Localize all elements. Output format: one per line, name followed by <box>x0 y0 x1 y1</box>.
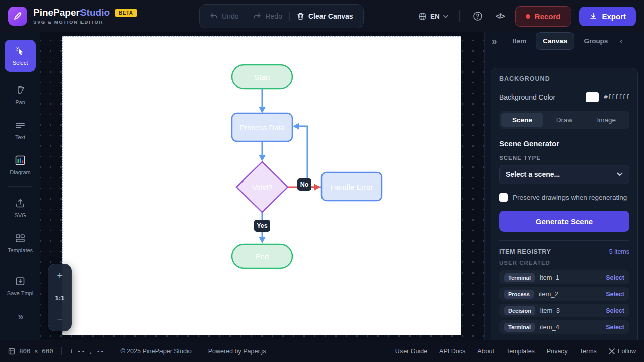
item-select-link[interactable]: Select <box>606 291 624 298</box>
export-button[interactable]: Export <box>579 7 636 26</box>
flowchart-svg: Start Process Data Valid? Handle Error E… <box>63 37 462 336</box>
sidebar-divider <box>8 186 32 187</box>
redo-icon <box>253 12 261 20</box>
logo-block: PinePaperStudio BETA SVG & MOTION EDITOR <box>8 0 137 32</box>
item-select-link[interactable]: Select <box>606 324 624 331</box>
footer-link-about[interactable]: About <box>477 348 494 355</box>
app-header: PinePaperStudio BETA SVG & MOTION EDITOR… <box>0 0 644 32</box>
select-cursor-icon <box>15 46 26 57</box>
footer-divider <box>61 347 62 355</box>
scene-type-label: SCENE TYPE <box>499 155 629 161</box>
sidebar-expand-chevrons-icon[interactable]: » <box>18 311 22 322</box>
export-label: Export <box>602 12 626 21</box>
preserve-drawings-checkbox[interactable] <box>499 193 508 202</box>
mode-tab-image[interactable]: Image <box>585 113 627 127</box>
tab-canvas[interactable]: Canvas <box>536 32 574 50</box>
properties-panel: » Item Canvas Groups ‹ – BACKGROUND Back… <box>484 32 644 340</box>
panel-back-icon[interactable]: ‹ <box>620 36 623 46</box>
undo-icon <box>210 12 218 20</box>
node-label: Handle Error <box>330 183 373 191</box>
sidebar-item-save-template[interactable]: Save Tmpl <box>7 276 33 296</box>
node-label: Process Data <box>239 123 285 132</box>
sidebar-item-select[interactable]: Select <box>5 40 36 72</box>
zoom-controls: + 1:1 − <box>48 264 72 331</box>
clear-canvas-button[interactable]: Clear Canvas <box>290 5 360 28</box>
pencil-icon <box>13 12 22 21</box>
item-name: item_1 <box>540 274 559 281</box>
node-start[interactable]: Start <box>232 65 292 89</box>
scene-type-select[interactable]: Select a scene... <box>499 165 629 184</box>
chevron-down-icon <box>443 15 448 18</box>
zoom-out-button[interactable]: − <box>48 309 71 331</box>
item-select-link[interactable]: Select <box>606 307 624 314</box>
edge-error-process-loop[interactable] <box>298 126 321 187</box>
background-color-value: #ffffff <box>604 94 629 101</box>
workspace[interactable]: Start Process Data Valid? Handle Error E… <box>40 32 484 340</box>
footer-follow-link[interactable]: Follow <box>609 348 636 355</box>
app-logo[interactable] <box>8 7 27 26</box>
download-icon <box>589 12 597 20</box>
panel-collapse-chevrons-icon[interactable]: » <box>492 36 496 47</box>
registry-row: Terminal item_4 Select <box>499 320 629 334</box>
sidebar-item-diagram[interactable]: Diagram <box>10 155 31 175</box>
item-type-badge: Terminal <box>504 273 535 282</box>
sidebar-item-text[interactable]: Text <box>15 120 26 140</box>
footer-link-privacy[interactable]: Privacy <box>547 348 568 355</box>
edge-label-text: Yes <box>257 222 268 229</box>
tab-groups[interactable]: Groups <box>577 33 614 49</box>
sidebar-item-label: Select <box>13 60 28 66</box>
footer-link-user-guide[interactable]: User Guide <box>395 348 427 355</box>
footer-divider <box>200 347 200 355</box>
tool-sidebar: Select Pan Text Diagram <box>0 32 40 340</box>
item-registry-header: ITEM REGISTRY 5 items <box>499 248 629 255</box>
scene-generator-title: Scene Generator <box>499 139 629 148</box>
trash-icon <box>297 12 304 20</box>
tab-item[interactable]: Item <box>506 33 533 49</box>
help-button[interactable] <box>471 9 485 23</box>
footer-link-terms[interactable]: Terms <box>580 348 597 355</box>
node-end[interactable]: End <box>232 244 292 268</box>
sidebar-divider <box>8 264 32 264</box>
footer-link-templates[interactable]: Templates <box>506 348 535 355</box>
scene-type-selected-value: Select a scene... <box>506 170 560 178</box>
code-view-button[interactable]: </> <box>493 9 507 23</box>
arrowhead <box>259 237 266 243</box>
powered-by-text: Powered by Paper.js <box>208 348 266 355</box>
zoom-reset-button[interactable]: 1:1 <box>48 287 71 309</box>
templates-layout-icon <box>15 233 26 244</box>
item-type-badge: Decision <box>504 306 535 315</box>
sidebar-item-templates[interactable]: Templates <box>8 233 33 253</box>
mode-tab-draw[interactable]: Draw <box>543 113 586 127</box>
node-label: Start <box>254 73 271 81</box>
sidebar-item-svg[interactable]: SVG <box>14 198 26 218</box>
zoom-in-button[interactable]: + <box>48 264 71 287</box>
canvas-size-icon <box>8 348 15 355</box>
header-divider <box>459 10 460 22</box>
record-button[interactable]: Record <box>515 6 572 27</box>
panel-minimize-icon[interactable]: – <box>633 37 637 45</box>
sidebar-item-label: Save Tmpl <box>7 290 33 296</box>
canvas-size-value: 800 × 600 <box>19 347 53 355</box>
edge-label-yes: Yes <box>254 220 270 232</box>
undo-button[interactable]: Undo <box>203 5 246 28</box>
footer-divider <box>112 347 112 355</box>
node-handle-error[interactable]: Handle Error <box>321 172 382 201</box>
mode-tab-scene[interactable]: Scene <box>501 113 543 127</box>
sidebar-item-label: Text <box>15 134 25 140</box>
registry-row: Terminal item_1 Select <box>499 270 629 284</box>
item-registry-count[interactable]: 5 items <box>609 248 629 255</box>
generate-scene-button[interactable]: Generate Scene <box>499 211 629 232</box>
item-select-link[interactable]: Select <box>606 274 624 281</box>
sidebar-item-pan[interactable]: Pan <box>15 84 26 105</box>
node-process-data[interactable]: Process Data <box>232 113 292 141</box>
preserve-drawings-row: Preserve drawings when regenerating <box>499 193 629 202</box>
card-divider <box>499 240 629 241</box>
node-decision[interactable]: Valid? <box>236 162 288 212</box>
item-type-badge: Terminal <box>504 323 535 332</box>
background-section-title: BACKGROUND <box>499 75 629 82</box>
language-selector[interactable]: EN <box>418 12 448 21</box>
redo-button[interactable]: Redo <box>246 5 289 28</box>
background-color-swatch[interactable] <box>586 92 599 102</box>
drawing-canvas[interactable]: Start Process Data Valid? Handle Error E… <box>62 36 461 335</box>
footer-link-api-docs[interactable]: API Docs <box>439 348 465 355</box>
